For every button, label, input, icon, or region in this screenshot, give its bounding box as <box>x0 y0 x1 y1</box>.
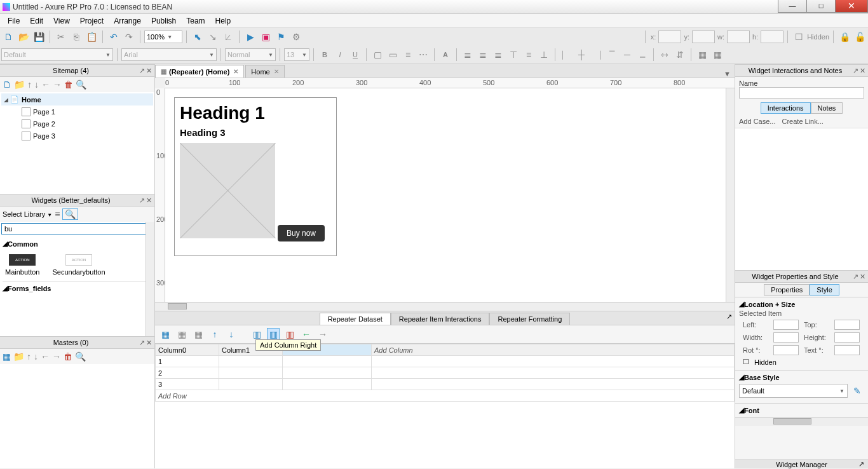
master-move-down-icon[interactable]: ↓ <box>34 352 38 361</box>
line-style-button[interactable]: ⋯ <box>416 48 430 62</box>
underline-button[interactable]: U <box>348 48 362 62</box>
font-weight-combo[interactable]: Normal▼ <box>225 48 276 61</box>
master-search-icon[interactable]: 🔍 <box>75 352 86 361</box>
style-combo[interactable]: Default▼ <box>1 48 113 61</box>
heading-1[interactable]: Heading 1 <box>180 103 331 123</box>
col-right-icon[interactable]: → <box>316 328 329 341</box>
widgets-scrollbar[interactable] <box>146 222 154 336</box>
section-base-style[interactable]: ◢ Base Style <box>739 373 864 381</box>
row-down-icon[interactable]: ↓ <box>225 328 238 341</box>
menu-publish[interactable]: Publish <box>146 15 181 27</box>
publish-button[interactable]: ⚑ <box>274 30 288 44</box>
add-row-cell[interactable]: Add Row <box>156 390 735 402</box>
align-right-button[interactable]: ≣ <box>491 48 505 62</box>
master-outdent-icon[interactable]: ← <box>41 352 50 361</box>
buy-now-button[interactable]: Buy now <box>278 225 325 241</box>
delete-col-icon[interactable]: ▥ <box>283 328 296 341</box>
font-combo[interactable]: Arial▼ <box>121 48 217 61</box>
pos-y-field[interactable] <box>692 31 715 43</box>
widget-mainbutton[interactable]: ACTION Mainbutton <box>5 254 39 276</box>
text-color-button[interactable]: A <box>438 48 452 62</box>
search-icon[interactable]: 🔍 <box>76 80 86 89</box>
section-location-size[interactable]: ◢ Location + Size <box>739 300 864 308</box>
add-master-icon[interactable]: ▦ <box>3 352 11 361</box>
delete-rows-icon[interactable]: ▦ <box>192 328 205 341</box>
tree-node-home[interactable]: ◢📄 Home <box>1 93 153 105</box>
tree-node-page1[interactable]: Page 1 <box>1 105 153 118</box>
add-case-link[interactable]: Add Case... <box>739 118 775 125</box>
dist-v-button[interactable]: ⇵ <box>673 48 687 62</box>
obj-align-right-button[interactable]: ⎹ <box>590 48 604 62</box>
menu-project[interactable]: Project <box>75 15 109 27</box>
pos-w-field[interactable] <box>727 31 750 43</box>
undo-button[interactable]: ↶ <box>107 30 121 44</box>
select-library-dropdown[interactable]: Select Library ▼ <box>3 210 52 218</box>
pos-h-field[interactable] <box>761 31 783 43</box>
width-input[interactable] <box>773 332 799 343</box>
tab-properties[interactable]: Properties <box>764 284 810 296</box>
add-col-left-icon[interactable]: ▥ <box>250 328 263 341</box>
widget-secundarybutton[interactable]: ACTION Secundarybutton <box>52 254 105 276</box>
dist-h-button[interactable]: ⇿ <box>658 48 672 62</box>
tab-repeater-dataset[interactable]: Repeater Dataset <box>320 313 391 325</box>
create-link-link[interactable]: Create Link... <box>782 118 823 125</box>
menu-team[interactable]: Team <box>181 15 210 27</box>
generate-button[interactable]: ⚙ <box>289 30 303 44</box>
base-style-select[interactable]: Default▼ <box>739 384 848 398</box>
panel-close-icon[interactable]: ✕ <box>146 67 152 75</box>
widget-manager-footer[interactable]: Widget Manager ↗ <box>735 459 868 468</box>
left-input[interactable] <box>773 320 799 330</box>
cut-button[interactable]: ✂ <box>54 30 68 44</box>
move-down-icon[interactable]: ↓ <box>34 80 39 89</box>
valign-mid-button[interactable]: ≡ <box>522 48 536 62</box>
panel-close-icon[interactable]: ✕ <box>146 196 152 205</box>
panel-popout-icon[interactable]: ↗ <box>853 273 858 281</box>
paste-button[interactable]: 📋 <box>85 30 98 44</box>
line-color-button[interactable]: ▭ <box>386 48 400 62</box>
align-left-button[interactable]: ≣ <box>461 48 475 62</box>
add-page-icon[interactable]: 🗋 <box>3 80 11 89</box>
minimize-button[interactable]: — <box>778 0 807 13</box>
panel-close-icon[interactable]: ✕ <box>860 67 865 75</box>
lock-button[interactable]: 🔒 <box>837 30 851 44</box>
preview-button[interactable]: ▶ <box>243 30 257 44</box>
tree-node-page2[interactable]: Page 2 <box>1 118 153 130</box>
close-button[interactable]: ✕ <box>835 0 868 13</box>
connector-mode-button[interactable]: ↘ <box>206 30 220 44</box>
top-input[interactable] <box>834 320 860 330</box>
canvas-vscroll[interactable] <box>726 88 735 302</box>
master-indent-icon[interactable]: → <box>52 352 61 361</box>
valign-bot-button[interactable]: ⊥ <box>537 48 551 62</box>
row-up-icon[interactable]: ↑ <box>208 328 221 341</box>
tree-node-page3[interactable]: Page 3 <box>1 130 153 142</box>
menu-file[interactable]: File <box>3 15 25 27</box>
widgets-search-icon[interactable]: 🔍 <box>62 208 78 220</box>
indent-icon[interactable]: → <box>53 80 62 89</box>
fill-color-button[interactable]: ▢ <box>370 48 384 62</box>
obj-align-left-button[interactable]: ⎸ <box>559 48 573 62</box>
panel-popout-icon[interactable]: ↗ <box>139 196 145 205</box>
style-edit-icon[interactable]: ✎ <box>850 384 864 398</box>
open-button[interactable]: 📂 <box>17 30 31 44</box>
tab-repeater-interactions[interactable]: Repeater Item Interactions <box>391 313 490 325</box>
line-width-button[interactable]: ≡ <box>401 48 415 62</box>
hidden-checkbox[interactable]: ☐ <box>792 30 806 44</box>
tab-notes[interactable]: Notes <box>811 102 843 114</box>
col-left-icon[interactable]: ← <box>300 328 313 341</box>
add-folder-icon[interactable]: 📁 <box>14 80 25 89</box>
new-button[interactable]: 🗋 <box>1 30 15 44</box>
menu-help[interactable]: Help <box>210 15 236 27</box>
heading-3[interactable]: Heading 3 <box>180 127 331 138</box>
tab-overflow-icon[interactable]: ▼ <box>720 70 735 78</box>
obj-align-top-button[interactable]: ⎺ <box>605 48 619 62</box>
unlock-button[interactable]: 🔓 <box>853 30 867 44</box>
align-center-button[interactable]: ≣ <box>476 48 490 62</box>
panel-popout-icon[interactable]: ↗ <box>853 67 858 75</box>
widget-name-input[interactable] <box>739 87 864 99</box>
outdent-icon[interactable]: ← <box>41 80 50 89</box>
panel-popout-icon[interactable]: ↗ <box>139 67 145 75</box>
textrot-input[interactable] <box>834 345 860 355</box>
menu-view[interactable]: View <box>48 15 75 27</box>
hidden-checkbox[interactable]: ☐ <box>743 358 749 366</box>
widget-group-forms[interactable]: ◢ Forms_fields <box>3 281 152 294</box>
